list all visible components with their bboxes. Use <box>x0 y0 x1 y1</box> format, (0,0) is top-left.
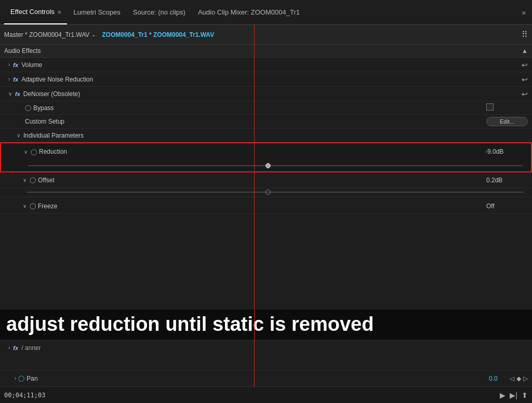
overlay-text-block: adjust reduction until static is removed <box>0 310 532 340</box>
individual-params-label: Individual Parameters <box>23 132 84 139</box>
edit-button[interactable]: Edit... <box>486 117 528 126</box>
freeze-row: ∨ ◯ Freeze Off <box>0 198 532 214</box>
adaptive-noise-expand-icon[interactable]: › <box>8 76 10 82</box>
tab-source-label: Source: (no clips) <box>133 8 185 16</box>
volume-effect-name: Volume <box>21 61 522 69</box>
reduction-expand-icon[interactable]: ∨ <box>24 149 28 155</box>
tab-lumetri-scopes[interactable]: Lumetri Scopes <box>67 0 126 24</box>
scroll-up-icon[interactable]: ▲ <box>522 47 528 55</box>
panner-header-row: › fx / anner <box>0 341 532 354</box>
adaptive-noise-fx-badge: fx <box>13 76 18 83</box>
adaptive-noise-effect-name: Adaptive Noise Reduction <box>21 76 522 83</box>
status-bar: 00;04;11;03 ▶ ▶| ⬆ <box>0 386 532 403</box>
denoiser-fx-badge: fx <box>15 91 20 97</box>
freeze-clock-icon: ◯ <box>30 203 36 209</box>
bypass-row: ◯ Bypass <box>0 101 532 115</box>
denoiser-effect-row: ∨ fx DeNoiser (Obsolete) ↩ <box>0 87 532 101</box>
volume-fx-badge: fx <box>13 62 18 68</box>
chevron-down-icon: ⌄ <box>91 32 96 37</box>
volume-expand-icon[interactable]: › <box>8 62 10 68</box>
timecode-display: 00;04;11;03 <box>4 392 45 399</box>
offset-clock-icon: ◯ <box>30 177 36 183</box>
freeze-label: Freeze <box>38 203 486 210</box>
pan-nav-icons: ◁ ◆ ▷ <box>510 375 528 382</box>
audio-effects-header: Audio Effects ▲ <box>0 45 532 58</box>
status-bar-controls: ▶ ▶| ⬆ <box>500 391 528 399</box>
freeze-value[interactable]: Off <box>486 203 528 210</box>
bypass-label: Bypass <box>33 104 486 112</box>
pan-expand-icon[interactable]: › <box>15 375 16 381</box>
tab-overflow-button[interactable]: » <box>520 8 528 17</box>
audio-effects-label: Audio Effects <box>4 47 41 55</box>
bypass-checkbox[interactable] <box>486 103 528 112</box>
custom-setup-value: Edit... <box>486 117 528 126</box>
clip-row: Master * ZOOM0004_Tr1.WAV ⌄ ZOOM0004_Tr1… <box>0 25 532 45</box>
master-clip-label: Master * ZOOM0004_Tr1.WAV <box>4 31 89 38</box>
reduction-value[interactable]: -9.0dB <box>485 148 527 155</box>
custom-setup-row: Custom Setup Edit... <box>0 115 532 129</box>
denoiser-expand-icon[interactable]: ∨ <box>8 91 12 97</box>
tab-effect-controls[interactable]: Effect Controls ≡ <box>4 0 67 24</box>
red-line <box>254 25 255 386</box>
pan-next-icon[interactable]: ▷ <box>523 375 528 382</box>
overlay-big-text: adjust reduction until static is removed <box>6 314 526 335</box>
reduction-slider-thumb[interactable] <box>265 163 271 168</box>
tab-source[interactable]: Source: (no clips) <box>127 0 192 24</box>
tab-audio-clip-mixer[interactable]: Audio Clip Mixer: ZOOM0004_Tr1 <box>192 0 306 24</box>
tab-audio-clip-mixer-label: Audio Clip Mixer: ZOOM0004_Tr1 <box>198 8 300 16</box>
freeze-expand-icon[interactable]: ∨ <box>23 203 26 209</box>
individual-params-row: ∨ Individual Parameters <box>0 129 532 142</box>
volume-reset-icon[interactable]: ↩ <box>522 61 528 69</box>
pan-row: › ◯ Pan 0.0 ◁ ◆ ▷ <box>0 370 532 386</box>
offset-value[interactable]: 0.2dB <box>486 177 528 184</box>
pan-value[interactable]: 0.0 <box>489 375 510 382</box>
step-forward-button[interactable]: ▶| <box>510 391 517 399</box>
custom-setup-label: Custom Setup <box>25 118 486 125</box>
tab-menu-icon[interactable]: ≡ <box>58 9 61 15</box>
reduction-clock-icon: ◯ <box>31 149 37 155</box>
pan-prev-icon[interactable]: ◁ <box>510 375 514 382</box>
offset-expand-icon[interactable]: ∨ <box>23 177 26 183</box>
tab-lumetri-scopes-label: Lumetri Scopes <box>73 8 120 16</box>
offset-slider-track[interactable] <box>27 192 524 193</box>
offset-block: ∨ ◯ Offset 0.2dB <box>0 172 532 197</box>
panner-section-label: / anner <box>21 344 41 352</box>
reduction-slider-row <box>1 160 531 171</box>
denoiser-effect-name: DeNoiser (Obsolete) <box>23 90 522 98</box>
reduction-slider-track[interactable] <box>28 165 523 166</box>
offset-row: ∨ ◯ Offset 0.2dB <box>0 172 532 188</box>
bypass-checkbox-box[interactable] <box>486 103 494 111</box>
volume-effect-row: › fx Volume ↩ <box>0 58 532 72</box>
pan-keyframe-icon[interactable]: ◆ <box>516 375 521 382</box>
export-button[interactable]: ⬆ <box>522 391 528 399</box>
offset-slider-thumb[interactable] <box>265 190 271 195</box>
tab-effect-controls-label: Effect Controls <box>10 8 55 16</box>
play-button[interactable]: ▶ <box>500 391 506 399</box>
offset-slider-row <box>0 188 532 197</box>
panner-fx-badge: fx <box>13 345 18 351</box>
individual-params-expand-icon[interactable]: ∨ <box>17 132 20 138</box>
reduction-row: ∨ ◯ Reduction -9.0dB <box>1 143 531 160</box>
pan-clock-icon: ◯ <box>18 375 24 382</box>
reduction-label: Reduction <box>39 148 485 155</box>
offset-label: Offset <box>38 177 486 184</box>
adaptive-noise-reset-icon[interactable]: ↩ <box>522 75 528 84</box>
master-clip-dropdown[interactable]: Master * ZOOM0004_Tr1.WAV ⌄ <box>4 31 96 38</box>
pan-label: Pan <box>26 375 489 382</box>
panner-expand-icon[interactable]: › <box>8 345 10 351</box>
bypass-clock-icon: ◯ <box>25 104 31 111</box>
panel-options-button[interactable]: ⠿ <box>522 30 528 39</box>
reduction-block: ∨ ◯ Reduction -9.0dB <box>0 142 532 172</box>
denoiser-reset-icon[interactable]: ↩ <box>522 90 528 98</box>
tab-bar: Effect Controls ≡ Lumetri Scopes Source:… <box>0 0 532 25</box>
active-clip-label[interactable]: ZOOM0004_Tr1 * ZOOM0004_Tr1.WAV <box>102 31 214 38</box>
panel-content: Master * ZOOM0004_Tr1.WAV ⌄ ZOOM0004_Tr1… <box>0 25 532 386</box>
adaptive-noise-effect-row: › fx Adaptive Noise Reduction ↩ <box>0 72 532 87</box>
tab-overflow-label: » <box>522 8 526 17</box>
